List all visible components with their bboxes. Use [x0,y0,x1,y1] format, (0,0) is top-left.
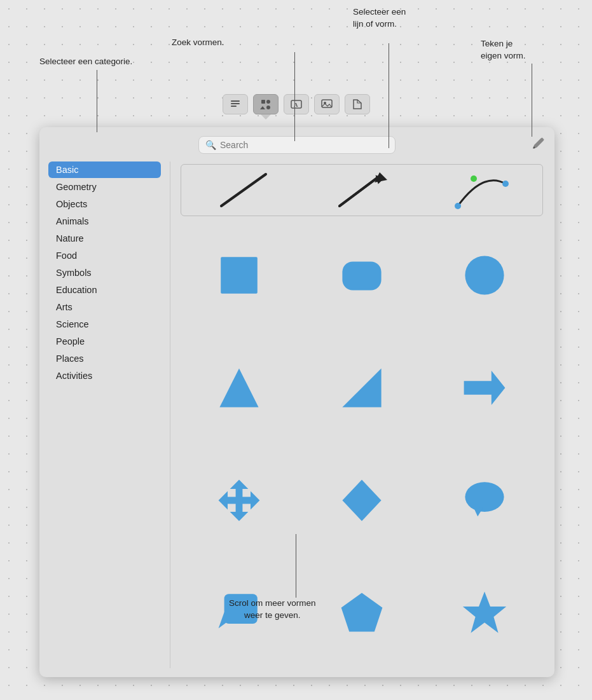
sidebar-item-activities[interactable]: Activities [48,367,161,384]
panel-divider [170,161,170,668]
toolbar-file-btn[interactable] [345,94,370,114]
callout-line-select-line [389,43,389,148]
svg-rect-20 [221,257,258,294]
shape-arrow-right[interactable] [427,335,543,441]
shapes-area [174,161,546,668]
svg-point-22 [465,256,504,295]
sidebar-item-arts[interactable]: Arts [48,299,161,315]
toolbar-shapes-btn[interactable] [253,94,279,114]
sidebar-item-animals[interactable]: Animals [48,213,161,230]
sidebar-item-food[interactable]: Food [48,247,161,264]
shape-star[interactable] [427,559,543,666]
svg-rect-9 [322,100,332,107]
toolbar-text-btn[interactable] [223,94,248,114]
callout-line-search [294,52,295,141]
svg-marker-25 [464,371,506,405]
toolbar: A [0,94,592,114]
toolbar-textbox-btn[interactable]: A [284,94,309,114]
toolbar-arrow [261,114,271,120]
svg-line-12 [221,174,266,206]
callout-search: Zoek vormen. [172,37,224,49]
sidebar-item-objects[interactable]: Objects [48,196,161,212]
svg-marker-24 [342,368,381,407]
callout-select-category: Selecteer een categorie. [39,56,132,68]
search-icon: 🔍 [205,140,216,150]
svg-point-6 [266,106,270,109]
svg-rect-0 [231,100,240,102]
callout-line-scroll [296,534,296,598]
lines-row [181,164,543,216]
sidebar: Basic Geometry Objects Animals Nature Fo… [48,161,166,668]
svg-point-18 [502,181,509,187]
svg-rect-1 [231,103,240,104]
callout-select-line: Selecteer een lijn of vorm. [353,6,406,31]
callout-scroll: Scrol om meer vormen weer te geven. [229,598,316,622]
shape-arrow-4way[interactable] [181,447,297,553]
callout-line-draw-own [532,64,532,137]
sidebar-item-places[interactable]: Places [48,350,161,367]
shape-square[interactable] [181,223,297,329]
callout-line-category [97,70,97,132]
svg-rect-21 [342,262,381,291]
svg-marker-33 [341,593,383,632]
toolbar-shapes-btn-wrap [253,94,279,114]
pen-btn[interactable] [529,136,546,156]
svg-rect-2 [231,106,237,107]
svg-marker-23 [219,368,258,407]
shape-diamond[interactable] [303,447,420,553]
sidebar-item-symbols[interactable]: Symbols [48,264,161,281]
svg-point-4 [266,100,270,104]
svg-point-11 [533,147,535,149]
sidebar-item-nature[interactable]: Nature [48,230,161,247]
sidebar-item-education[interactable]: Education [48,282,161,298]
svg-marker-34 [463,592,506,633]
sidebar-item-geometry[interactable]: Geometry [48,179,161,195]
shape-speech-bubble[interactable] [427,447,543,553]
sidebar-item-basic[interactable]: Basic [48,161,161,178]
callout-draw-own: Teken je eigen vorm. [481,38,526,62]
sidebar-item-people[interactable]: People [48,333,161,350]
shapes-panel: 🔍 Basic Geometry Objects Animals Nature … [39,127,554,677]
search-input[interactable] [220,140,389,150]
shape-line[interactable] [188,171,299,209]
sidebar-item-science[interactable]: Science [48,316,161,333]
shape-rounded-rect[interactable] [303,223,420,329]
search-bar: 🔍 [198,136,396,154]
panel-body: Basic Geometry Objects Animals Nature Fo… [48,161,546,668]
shape-right-triangle[interactable] [303,335,420,441]
svg-line-15 [340,176,380,206]
svg-marker-5 [260,106,265,109]
svg-rect-3 [261,100,265,104]
toolbar-image-btn[interactable] [314,94,340,114]
shape-triangle[interactable] [181,335,297,441]
svg-marker-28 [342,479,381,521]
svg-point-19 [471,175,477,182]
svg-point-17 [455,203,461,209]
svg-point-29 [465,482,504,512]
shape-curve[interactable] [424,171,536,209]
shape-circle[interactable] [427,223,543,329]
shape-pentagon[interactable] [303,559,420,666]
shape-arrow-line[interactable] [306,171,418,209]
